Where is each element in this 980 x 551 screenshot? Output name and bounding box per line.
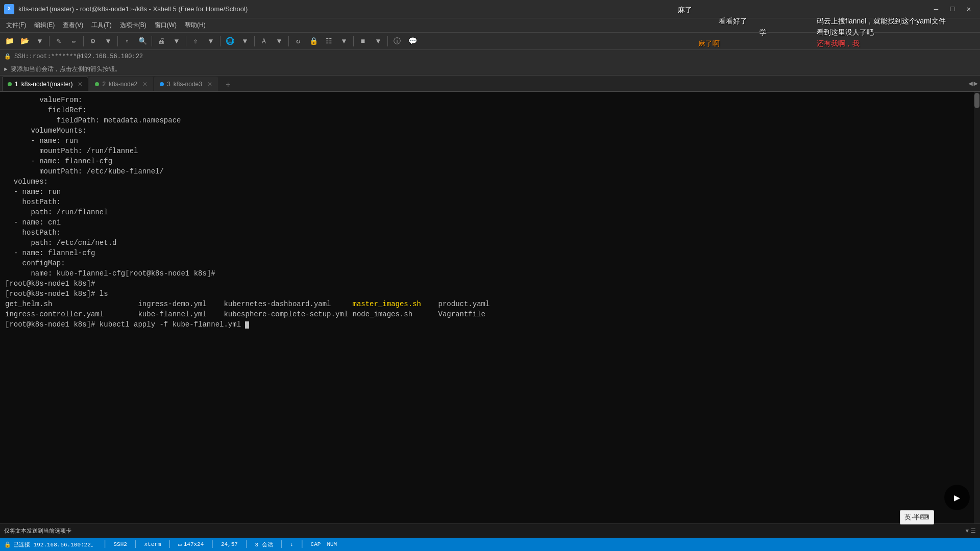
tab-prev-button[interactable]: ◀ xyxy=(968,79,972,88)
menu-help[interactable]: 帮助(H) xyxy=(181,20,210,31)
close-button[interactable]: ✕ xyxy=(962,4,976,15)
menu-bar: 文件(F) 编辑(E) 查看(V) 工具(T) 选项卡(B) 窗口(W) 帮助(… xyxy=(0,18,980,33)
scrollbar-thumb[interactable] xyxy=(974,93,979,108)
tab-2[interactable]: 2 k8s-node2 ✕ xyxy=(89,77,153,91)
lock-status-icon: 🔒 xyxy=(4,541,11,548)
input-menu-icon[interactable]: ☰ xyxy=(971,528,976,534)
separator-10 xyxy=(387,36,388,46)
open-button[interactable]: 📂 xyxy=(17,35,32,48)
terminal-scrollbar[interactable] xyxy=(974,92,980,523)
cap-badge: CAP xyxy=(311,541,321,547)
edit-button[interactable]: ✎ xyxy=(52,35,66,48)
address-bar: 🔒 SSH::root:*******@192.168.56.100:22 xyxy=(0,50,980,63)
scroll-down-icon[interactable]: ↓ xyxy=(290,541,293,547)
term-line-15: path: /etc/cni/net.d xyxy=(5,238,970,248)
input-dropdown-icon[interactable]: ▼ xyxy=(965,528,969,534)
new-tab-button[interactable]: + xyxy=(221,80,235,91)
lock-icon: 🔒 xyxy=(4,53,11,60)
term-line-2: fieldRef: xyxy=(5,105,970,115)
grid-dropdown[interactable]: ▼ xyxy=(337,35,351,48)
menu-file[interactable]: 文件(F) xyxy=(2,20,30,31)
input-hint-text: 仅将文本发送到当前选项卡 xyxy=(4,527,963,535)
tab-1-close[interactable]: ✕ xyxy=(78,81,83,88)
term-line-16: - name: flannel-cfg xyxy=(5,248,970,258)
menu-tools[interactable]: 工具(T) xyxy=(87,20,115,31)
separator-5 xyxy=(186,36,186,46)
term-line-cmd: [root@k8s-node1 k8s]# kubectl apply -f k… xyxy=(5,319,970,330)
tab-3[interactable]: 3 k8s-node3 ✕ xyxy=(154,77,218,91)
sessions-count: 3 会话 xyxy=(255,541,273,548)
app-icon: X xyxy=(4,4,14,14)
tab-3-dot xyxy=(160,82,164,86)
status-bar: 🔒 已连接 192.168.56.100:22。 | SSH2 | xterm … xyxy=(0,538,980,551)
term-line-12: path: /run/flannel xyxy=(5,207,970,217)
chat-button[interactable]: 💬 xyxy=(405,35,420,48)
menu-tabs[interactable]: 选项卡(B) xyxy=(116,20,151,31)
dropdown-arrow[interactable]: ▼ xyxy=(33,35,47,48)
print-button[interactable]: 🖨 xyxy=(154,35,168,48)
term-line-8: mountPath: /etc/kube-flannel/ xyxy=(5,166,970,177)
key-button[interactable]: 🔒 xyxy=(306,35,321,48)
menu-window[interactable]: 窗口(W) xyxy=(151,20,181,31)
tab-bar: 1 k8s-node1(master) ✕ 2 k8s-node2 ✕ 3 k8… xyxy=(0,76,980,92)
tab-3-close[interactable]: ✕ xyxy=(207,81,212,88)
globe-dropdown[interactable]: ▼ xyxy=(238,35,252,48)
tab-1-dot xyxy=(8,82,12,86)
window-title: k8s-node1(master) - root@k8s-node1:~/k8s… xyxy=(18,5,929,13)
tab-next-button[interactable]: ▶ xyxy=(974,79,978,88)
play-button[interactable]: ▶ xyxy=(944,485,970,510)
term-line-20: [root@k8s-node1 k8s]# ls xyxy=(5,289,970,299)
maximize-button[interactable]: □ xyxy=(945,4,960,15)
menu-edit[interactable]: 编辑(E) xyxy=(30,20,59,31)
separator-6 xyxy=(220,36,220,46)
globe-button[interactable]: 🌐 xyxy=(223,35,237,48)
connection-status: 🔒 已连接 192.168.56.100:22。 xyxy=(4,541,96,548)
session-hint: 要添加当前会话，点击左侧的箭头按钮。 xyxy=(11,65,121,73)
font-dropdown[interactable]: ▼ xyxy=(272,35,286,48)
ime-indicator[interactable]: 英·半⌨ xyxy=(900,510,934,524)
tab-2-label: k8s-node2 xyxy=(109,81,137,88)
menu-view[interactable]: 查看(V) xyxy=(59,20,87,31)
tab-2-close[interactable]: ✕ xyxy=(142,81,148,88)
ssh-address: SSH::root:*******@192.168.56.100:22 xyxy=(14,53,143,60)
terminal-area[interactable]: valueFrom: fieldRef: fieldPath: metadata… xyxy=(0,92,980,523)
term-line-19: [root@k8s-node1 k8s]# xyxy=(5,279,970,289)
term-line-9: volumes: xyxy=(5,177,970,187)
term-line-13: - name: cni xyxy=(5,217,970,228)
separator-9 xyxy=(353,36,354,46)
tab-nav: ◀ ▶ xyxy=(968,76,980,91)
print-dropdown[interactable]: ▼ xyxy=(169,35,184,48)
rotate-button[interactable]: ↻ xyxy=(291,35,305,48)
window-controls[interactable]: — □ ✕ xyxy=(929,4,976,15)
copy-button[interactable]: ▫ xyxy=(120,35,134,48)
session-add-icon: ► xyxy=(4,66,8,72)
term-line-7: - name: flannel-cfg xyxy=(5,156,970,166)
tab-1-label: k8s-node1(master) xyxy=(21,81,73,88)
separator-7 xyxy=(254,36,255,46)
font-button[interactable]: Ａ xyxy=(257,35,271,48)
separator-2 xyxy=(83,36,84,46)
term-line-10: - name: run xyxy=(5,187,970,197)
new-session-button[interactable]: 📁 xyxy=(2,35,16,48)
transfer-button[interactable]: ⇧ xyxy=(188,35,203,48)
help-button[interactable]: ⓘ xyxy=(390,35,404,48)
minimize-button[interactable]: — xyxy=(929,4,943,15)
tab-1[interactable]: 1 k8s-node1(master) ✕ xyxy=(2,77,88,91)
layout-dropdown[interactable]: ▼ xyxy=(371,35,385,48)
term-line-14: hostPath: xyxy=(5,228,970,238)
dropdown-arrow-2[interactable]: ▼ xyxy=(101,35,115,48)
pencil-button[interactable]: ✏ xyxy=(67,35,81,48)
transfer-dropdown[interactable]: ▼ xyxy=(204,35,218,48)
cursor-position: 24,57 xyxy=(221,541,238,547)
title-bar: X k8s-node1(master) - root@k8s-node1:~/k… xyxy=(0,0,980,18)
grid-button[interactable]: ☷ xyxy=(322,35,336,48)
tab-2-dot xyxy=(95,82,99,86)
settings-button[interactable]: ⚙ xyxy=(86,35,100,48)
terminal-type-badge: xterm xyxy=(144,541,161,547)
term-line-11: hostPath: xyxy=(5,197,970,207)
find-button[interactable]: 🔍 xyxy=(135,35,150,48)
session-bar: ► 要添加当前会话，点击左侧的箭头按钮。 xyxy=(0,63,980,76)
layout-button[interactable]: ■ xyxy=(356,35,370,48)
num-badge: NUM xyxy=(327,541,337,547)
term-line-18: name: kube-flannel-cfg[root@k8s-node1 k8… xyxy=(5,268,970,279)
